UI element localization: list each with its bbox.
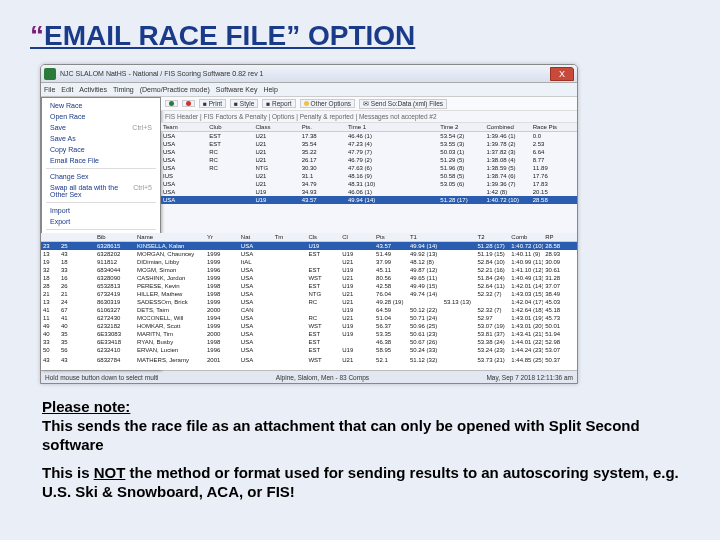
menu-softwarekey[interactable]: Software Key — [216, 86, 258, 93]
table-row[interactable]: 23256328615KINSELLA, KalanUSAU1943.5749.… — [41, 242, 577, 251]
tool-red[interactable] — [182, 100, 195, 107]
col-header[interactable]: Pts. — [300, 123, 346, 132]
table-row[interactable]: 28266532813PERESE, Kevin1998USAESTU1942.… — [41, 282, 577, 290]
menu-item[interactable]: SaveCtrl+S — [42, 122, 160, 133]
col-header[interactable]: T2 — [476, 233, 510, 242]
col-header[interactable] — [392, 123, 438, 132]
col-header[interactable]: Yr — [205, 233, 239, 242]
table-row[interactable]: 11416272430MCCONELL, Will1994USARCU2151.… — [41, 314, 577, 322]
tool-print[interactable]: ■ Print — [199, 99, 226, 108]
col-header[interactable]: T1 — [408, 233, 442, 242]
col-header[interactable]: Time 1 — [346, 123, 392, 132]
tool-style[interactable]: ■ Style — [230, 99, 258, 108]
col-header[interactable]: Club — [207, 123, 253, 132]
lower-grid: BibNameYrNatTmClsClPtsT1T2CombRP23256328… — [41, 233, 577, 370]
col-header[interactable] — [41, 233, 59, 242]
table-row[interactable]: USAESTU2135.5447.23 (4)53.55 (3)1:39.78 … — [161, 140, 577, 148]
col-header[interactable]: Cls — [306, 233, 340, 242]
col-header[interactable]: Cl — [340, 233, 374, 242]
note-label: Please note: — [42, 398, 130, 415]
table-row[interactable]: 13436328202MORGAN, Chauncey1999USAESTU19… — [41, 250, 577, 258]
col-header[interactable]: Class — [253, 123, 299, 132]
table-row[interactable]: IUSU2131.148.16 (9)50.58 (5)1:38.74 (6)1… — [161, 172, 577, 180]
status-right: May, Sep 7 2018 12:11:36 am — [486, 374, 573, 381]
upper-grid: TeamClubClassPts.Time 1Time 2CombinedRac… — [161, 123, 577, 204]
menu-item[interactable]: Export — [42, 216, 160, 227]
status-left: Hold mouse button down to select multi — [45, 374, 158, 381]
col-header[interactable]: Tm — [273, 233, 307, 242]
col-header[interactable]: Pts — [374, 233, 408, 242]
table-row[interactable]: USAU2134.7948.31 (10)53.05 (6)1:39.36 (7… — [161, 180, 577, 188]
table-row[interactable]: USARCNTG30.3047.63 (6)51.96 (8)1:38.59 (… — [161, 164, 577, 172]
table-row[interactable]: 13248630319SADESSOm, Brick1999USARCU2149… — [41, 298, 577, 306]
tool-green[interactable] — [165, 100, 178, 107]
col-header[interactable] — [59, 233, 77, 242]
menu-item[interactable]: New Race — [42, 100, 160, 111]
tool-report[interactable]: ■ Report — [262, 99, 295, 108]
table-row[interactable]: USARCU2135.2247.79 (7)50.03 (1)1:37.82 (… — [161, 148, 577, 156]
app-window: NJC SLALOM NatHS - National / FIS Scorin… — [40, 64, 578, 384]
menu-item[interactable]: Save As — [42, 133, 160, 144]
menu-timing[interactable]: Timing — [113, 86, 134, 93]
col-header[interactable] — [77, 233, 95, 242]
col-header[interactable]: Time 2 — [438, 123, 484, 132]
window-title: NJC SLALOM NatHS - National / FIS Scorin… — [60, 70, 550, 77]
col-header[interactable]: Nat — [239, 233, 273, 242]
menu-item[interactable]: Import — [42, 205, 160, 216]
menu-item[interactable]: Open Race — [42, 111, 160, 122]
table-row[interactable]: 43436832784MATHERS, Jeramy2001USAWSTU215… — [41, 356, 577, 364]
table-row[interactable]: 41676106327DETS, Taim2000CANU1964.5950.1… — [41, 306, 577, 314]
table-row[interactable]: 32336834044MCGM, Simon1996USAESTU1945.11… — [41, 266, 577, 274]
col-header[interactable]: Bib — [95, 233, 135, 242]
table-row[interactable]: 49406232182HOMKAR, Scott1999USAWSTU1956.… — [41, 322, 577, 330]
note-not: NOT — [94, 464, 126, 481]
table-row[interactable]: USAESTU2117.3846.46 (1)53.54 (2)1:39.46 … — [161, 132, 577, 141]
tool-other[interactable]: Other Options — [300, 99, 355, 108]
tool-send[interactable]: ✉ Send So:Data (xml) Files — [359, 99, 447, 109]
statusbar: Hold mouse button down to select multi A… — [41, 370, 577, 383]
notes: Please note: This sends the race file as… — [42, 398, 690, 502]
col-header[interactable]: Team — [161, 123, 207, 132]
table-row[interactable]: 50566232410ERVAN, Lucien1996USAESTU1958.… — [41, 346, 577, 354]
menu-file[interactable]: File — [44, 86, 55, 93]
menu-item[interactable]: Email Race File — [42, 155, 160, 166]
menu-activities[interactable]: Activities — [79, 86, 107, 93]
titlebar: NJC SLALOM NatHS - National / FIS Scorin… — [41, 65, 577, 83]
table-row[interactable]: 21216732419HILLER, Mathew1998USANTGU2176… — [41, 290, 577, 298]
col-header[interactable]: Name — [135, 233, 205, 242]
menu-item[interactable]: Change Sex — [42, 171, 160, 182]
col-header[interactable]: Comb — [509, 233, 543, 242]
menubar: File Edit Activities Timing (Demo/Practi… — [41, 83, 577, 97]
menu-help[interactable]: Help — [263, 86, 277, 93]
menu-edit[interactable]: Edit — [61, 86, 73, 93]
menu-item[interactable]: Copy Race — [42, 144, 160, 155]
table-row[interactable]: USAU1934.9346.06 (1)1:42 (8)20.15 — [161, 188, 577, 196]
col-header[interactable]: Combined — [485, 123, 531, 132]
table-row[interactable]: 18166328090CASHINK, Jordon1999USAWSTU218… — [41, 274, 577, 282]
header-tabs: FIS Header | FIS Factors & Penalty | Opt… — [161, 111, 577, 123]
table-row[interactable]: USAU1943.5749.94 (14)51.28 (17)1:40.72 (… — [161, 196, 577, 204]
toolbar: ■ Print ■ Style ■ Report Other Options ✉… — [161, 97, 577, 111]
slide-title: “EMAIL RACE FILE” OPTION — [30, 20, 690, 52]
table-row[interactable]: 1918911812DIDimian, Libby1999ItALU2137.9… — [41, 258, 577, 266]
col-header[interactable]: RP — [543, 233, 577, 242]
close-button[interactable]: X — [550, 67, 574, 81]
menu-item[interactable]: Swap all data with the Other SexCtrl+5 — [42, 182, 160, 200]
status-mid: Alpine, Slalom, Men - 83 Comps — [276, 374, 369, 381]
col-header[interactable]: Race Pts — [531, 123, 577, 132]
app-icon — [44, 68, 56, 80]
table-row[interactable]: 33356E33418RYAN, Busby1998USAEST46.3850.… — [41, 338, 577, 346]
note-body-1: This sends the race file as an attachmen… — [42, 417, 640, 453]
col-header[interactable] — [442, 233, 476, 242]
menu-demo[interactable]: (Demo/Practice mode) — [140, 86, 210, 93]
table-row[interactable]: 40356E33083MARITN, Tim2000USAESTU1953.35… — [41, 330, 577, 338]
table-row[interactable]: USARCU2126.1746.79 (2)51.29 (5)1:38.08 (… — [161, 156, 577, 164]
